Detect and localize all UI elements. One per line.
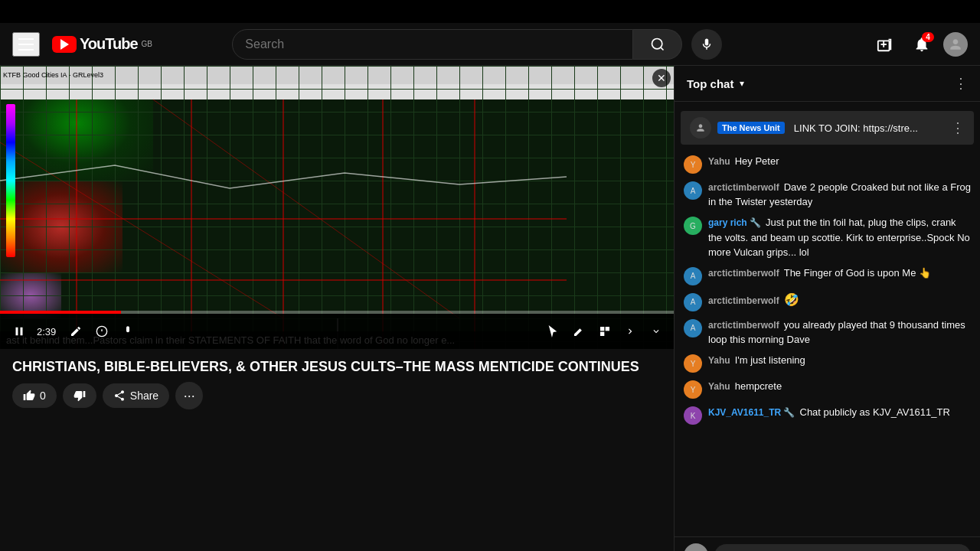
shape-tool[interactable] xyxy=(596,322,614,341)
more-options-button[interactable]: ··· xyxy=(175,382,203,409)
message-avatar: Y xyxy=(684,380,702,399)
chat-type-input[interactable]: Chat publicly as... xyxy=(714,544,971,552)
video-player[interactable]: KTFB Good Cities IA - GRLevel3 xyxy=(0,66,674,349)
message-content: KJV_AV1611_TR 🔧Chat publicly as KJV_AV16… xyxy=(708,405,971,419)
svg-rect-13 xyxy=(606,327,609,331)
message-author: Yahu xyxy=(708,156,730,167)
cursor-tool[interactable] xyxy=(544,322,562,341)
share-button[interactable]: Share xyxy=(103,383,169,408)
chat-message: K KJV_AV1611_TR 🔧Chat publicly as KJV_AV… xyxy=(675,402,980,428)
video-title: CHRISTIANS, BIBLE-BELIEVERS, & OTHER JES… xyxy=(12,358,662,376)
message-content: arctictimberwolf🤣 xyxy=(708,292,971,308)
message-content: YahuHey Peter xyxy=(708,154,971,168)
pen-tool[interactable] xyxy=(570,322,588,341)
message-author: gary rich 🔧 xyxy=(708,217,761,228)
time-display: 2:39 xyxy=(37,326,56,337)
voice-search-button[interactable] xyxy=(691,29,722,60)
chat-section: Top chat ▾ ⋮ The News Unit LINK TO JOIN:… xyxy=(674,66,980,551)
dislike-button[interactable] xyxy=(63,383,96,408)
message-avatar: A xyxy=(684,267,702,285)
chat-message: G gary rich 🔧Just put the tin foil hat, … xyxy=(675,212,980,262)
avatar[interactable] xyxy=(943,32,968,57)
chat-chevron-icon: ▾ xyxy=(740,78,744,89)
message-avatar: A xyxy=(684,181,702,200)
youtube-logo[interactable]: YouTubeGB xyxy=(52,35,152,53)
search-input[interactable] xyxy=(233,37,632,51)
chat-message: Y YahuHey Peter xyxy=(675,151,980,177)
message-content: YahuI'm just listening xyxy=(708,353,971,367)
chat-title[interactable]: Top chat ▾ xyxy=(687,77,744,90)
pinned-channel-avatar xyxy=(690,117,711,139)
youtube-icon xyxy=(52,36,77,53)
weather-map: KTFB Good Cities IA - GRLevel3 xyxy=(0,66,674,349)
chat-input-avatar xyxy=(684,543,708,551)
controls-bar: 2:39 xyxy=(0,314,674,349)
chat-message: Y YahuI'm just listening xyxy=(675,350,980,376)
black-bar-top xyxy=(0,0,980,23)
chat-message: A arctictimberwolf🤣 xyxy=(675,289,980,315)
chat-message: A arctictimberwolfyou already played tha… xyxy=(675,315,980,350)
share-label: Share xyxy=(130,390,158,402)
pinned-message: The News Unit LINK TO JOIN: https://stre… xyxy=(681,111,974,145)
pinned-message-text: LINK TO JOIN: https://stre... xyxy=(794,122,945,134)
chat-message: Y Yahuhempcrete xyxy=(675,376,980,402)
svg-line-10 xyxy=(153,99,459,318)
chat-input-area: Chat publicly as... xyxy=(675,536,980,551)
annotation-toggle[interactable] xyxy=(93,322,111,341)
message-content: arctictimberwolfyou already played that … xyxy=(708,318,971,347)
youtube-wordmark: YouTube xyxy=(80,35,138,53)
message-avatar: G xyxy=(684,217,702,235)
message-avatar: K xyxy=(684,406,702,425)
chat-title-text: Top chat xyxy=(687,77,733,90)
header-right: 4 xyxy=(870,29,968,60)
chevron-right-button[interactable] xyxy=(622,323,639,340)
message-content: arctictimberwolfThe Finger of God is upo… xyxy=(708,266,971,280)
chat-messages[interactable]: The News Unit LINK TO JOIN: https://stre… xyxy=(675,102,980,536)
message-avatar: Y xyxy=(684,155,702,174)
search-button[interactable] xyxy=(633,29,682,60)
notifications-button[interactable]: 4 xyxy=(906,29,937,60)
menu-button[interactable] xyxy=(12,32,40,57)
message-text: I'm just listening xyxy=(735,354,805,366)
pencil-button[interactable] xyxy=(67,322,85,341)
message-text: hempcrete xyxy=(735,380,782,392)
svg-line-9 xyxy=(0,142,283,318)
svg-point-0 xyxy=(652,38,662,48)
search-container xyxy=(232,29,722,60)
message-avatar: A xyxy=(684,319,702,337)
message-author: arctictimberwolf xyxy=(708,295,779,306)
message-text: Chat publicly as KJV_AV1611_TR xyxy=(800,406,950,418)
mic-control-button[interactable] xyxy=(119,322,137,341)
road-lines xyxy=(0,66,674,349)
close-overlay-button[interactable]: ✕ xyxy=(652,69,671,87)
like-count: 0 xyxy=(40,390,46,402)
main-content: KTFB Good Cities IA - GRLevel3 xyxy=(0,66,980,551)
message-avatar: A xyxy=(684,293,702,311)
pinned-channel-label: The News Unit xyxy=(717,122,785,134)
header: YouTubeGB 4 xyxy=(0,23,980,66)
message-author: Yahu xyxy=(708,355,730,366)
message-text: Hey Peter xyxy=(735,155,779,167)
pinned-more-button[interactable]: ⋮ xyxy=(951,119,965,136)
chat-header: Top chat ▾ ⋮ xyxy=(675,66,980,102)
message-author: KJV_AV1611_TR 🔧 xyxy=(708,407,795,418)
svg-rect-12 xyxy=(600,327,604,331)
chevron-down-control[interactable] xyxy=(648,323,665,340)
like-button[interactable]: 0 xyxy=(12,383,57,408)
header-left: YouTubeGB xyxy=(12,32,152,57)
chat-options-button[interactable]: ⋮ xyxy=(954,75,968,92)
play-triangle xyxy=(60,39,69,50)
message-content: arctictimberwolfDave 2 people Croaked bu… xyxy=(708,180,971,209)
color-scale-bar xyxy=(6,104,15,257)
pause-button[interactable] xyxy=(9,321,29,341)
svg-rect-14 xyxy=(600,332,604,336)
message-avatar: Y xyxy=(684,354,702,373)
message-author: arctictimberwolf xyxy=(708,320,779,331)
video-info: CHRISTIANS, BIBLE-BELIEVERS, & OTHER JES… xyxy=(0,349,674,419)
video-section: KTFB Good Cities IA - GRLevel3 xyxy=(0,66,674,551)
create-button[interactable] xyxy=(870,29,900,60)
notification-count: 4 xyxy=(922,32,934,42)
message-text: 🤣 xyxy=(784,293,799,306)
chat-message: A arctictimberwolfDave 2 people Croaked … xyxy=(675,177,980,212)
message-content: gary rich 🔧Just put the tin foil hat, pl… xyxy=(708,215,971,259)
